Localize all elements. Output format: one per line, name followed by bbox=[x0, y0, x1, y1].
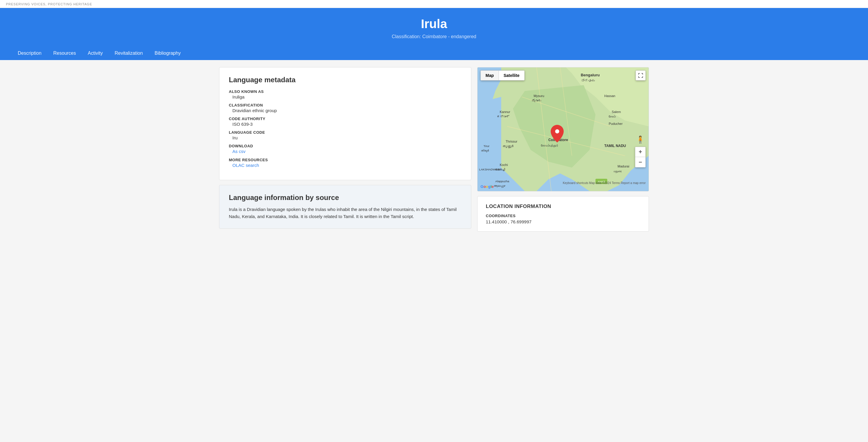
nav-bibliography[interactable]: Bibliography bbox=[149, 46, 187, 60]
metadata-card-title: Language metadata bbox=[229, 76, 462, 84]
svg-text:LAKSHADWEEP: LAKSHADWEEP bbox=[479, 168, 501, 171]
location-info-card: LOCATION INFORMATION COORDINATES 11.4100… bbox=[477, 196, 649, 232]
language-code-label: LANGUAGE CODE bbox=[229, 130, 462, 135]
code-authority-section: CODE AUTHORITY ISO 639-3 bbox=[229, 116, 462, 127]
language-code-value: Iru bbox=[229, 135, 462, 140]
more-resources-label: MORE RESOURCES bbox=[229, 158, 462, 162]
left-column: Language metadata ALSO KNOWN AS Iruliga … bbox=[219, 67, 471, 232]
svg-text:Kochi: Kochi bbox=[500, 163, 508, 167]
map-pegman[interactable]: 🧍 bbox=[636, 136, 645, 144]
download-section: DOWNLOAD As csv bbox=[229, 144, 462, 154]
classification-text: Classification: Coimbatore - endangered bbox=[6, 34, 862, 39]
language-code-section: LANGUAGE CODE Iru bbox=[229, 130, 462, 140]
language-info-card: Language information by source Irula is … bbox=[219, 185, 471, 229]
main-nav: Description Resources Activity Revitaliz… bbox=[6, 46, 862, 60]
svg-text:Salem: Salem bbox=[612, 110, 621, 113]
svg-text:ಬೆಂಗಳೂರು: ಬೆಂಗಳೂರು bbox=[582, 79, 595, 82]
map-svg: Bengaluru ಬೆಂಗಳೂರು Mysuru ಮೈಸೂರು Kannur … bbox=[477, 67, 649, 191]
also-known-as-label: ALSO KNOWN AS bbox=[229, 89, 462, 94]
map-type-map-button[interactable]: Map bbox=[481, 71, 499, 80]
also-known-as-value: Iruliga bbox=[229, 94, 462, 99]
main-content: Language metadata ALSO KNOWN AS Iruliga … bbox=[212, 60, 656, 239]
olac-search-link[interactable]: OLAC search bbox=[229, 163, 259, 168]
classification-value: Dravidian ethnic group bbox=[229, 108, 462, 113]
language-metadata-card: Language metadata ALSO KNOWN AS Iruliga … bbox=[219, 67, 471, 180]
nav-description[interactable]: Description bbox=[12, 46, 48, 60]
svg-text:Bengaluru: Bengaluru bbox=[581, 73, 600, 77]
svg-text:Kannur: Kannur bbox=[500, 110, 510, 113]
tagline: Preserving Voices, Protecting Heritage bbox=[6, 2, 92, 6]
coordinates-label: COORDINATES bbox=[486, 214, 640, 218]
map-container: Bengaluru ಬೆಂಗಳೂರು Mysuru ಮೈಸೂರು Kannur … bbox=[477, 67, 649, 192]
top-bar: Preserving Voices, Protecting Heritage bbox=[0, 0, 868, 8]
svg-text:Thrissur: Thrissur bbox=[506, 140, 518, 143]
code-authority-value: ISO 639-3 bbox=[229, 122, 462, 127]
classification-label: CLASSIFICATION bbox=[229, 103, 462, 107]
map-footer-links: Keyboard shortcuts Map data ©2024 Terms … bbox=[563, 181, 646, 184]
location-section-title: LOCATION INFORMATION bbox=[486, 204, 640, 209]
svg-text:TAMIL NADU: TAMIL NADU bbox=[604, 144, 626, 148]
svg-text:Madurai: Madurai bbox=[618, 165, 629, 168]
info-card-title: Language information by source bbox=[229, 194, 462, 202]
coordinates-value: 11.410000 , 76.699997 bbox=[486, 219, 640, 224]
map-zoom-out-button[interactable]: − bbox=[635, 157, 645, 167]
nav-revitalization[interactable]: Revitalization bbox=[108, 46, 149, 60]
map-zoom-controls: + − bbox=[635, 147, 646, 167]
map-zoom-in-button[interactable]: + bbox=[635, 147, 645, 157]
svg-text:Alappuzha: Alappuzha bbox=[495, 179, 509, 183]
fullscreen-icon bbox=[638, 73, 643, 78]
map-data-info: Keyboard shortcuts Map data ©2024 Terms … bbox=[563, 181, 646, 184]
info-card-description: Irula is a Dravidian language spoken by … bbox=[229, 206, 462, 220]
more-resources-section: MORE RESOURCES OLAC search bbox=[229, 158, 462, 168]
nav-resources[interactable]: Resources bbox=[48, 46, 82, 60]
svg-text:Mysuru: Mysuru bbox=[533, 94, 544, 98]
svg-text:மதுரை: மதுரை bbox=[614, 170, 622, 173]
map-type-satellite-button[interactable]: Satellite bbox=[499, 71, 524, 80]
map-type-toggle: Map Satellite bbox=[480, 70, 525, 80]
also-known-as-section: ALSO KNOWN AS Iruliga bbox=[229, 89, 462, 99]
page-header: Irula Classification: Coimbatore - endan… bbox=[0, 8, 868, 60]
svg-point-37 bbox=[555, 129, 559, 133]
svg-text:Tirur: Tirur bbox=[484, 144, 490, 148]
svg-text:Hassan: Hassan bbox=[604, 94, 615, 98]
download-csv-link[interactable]: As csv bbox=[229, 149, 245, 154]
google-logo: Google bbox=[480, 184, 494, 189]
svg-text:சேலம்: சேலம் bbox=[609, 115, 616, 118]
svg-text:கோயம்புத்தூர்: கோயம்புத்தூர் bbox=[541, 144, 558, 147]
svg-text:Puducher: Puducher bbox=[609, 122, 623, 126]
page-title: Irula bbox=[6, 17, 862, 31]
map-fullscreen-button[interactable] bbox=[636, 70, 646, 80]
nav-activity[interactable]: Activity bbox=[82, 46, 109, 60]
right-column: Bengaluru ಬೆಂಗಳೂರು Mysuru ಮೈಸೂರು Kannur … bbox=[477, 67, 649, 232]
svg-text:തിരൂർ: തിരൂർ bbox=[481, 149, 489, 152]
code-authority-label: CODE AUTHORITY bbox=[229, 116, 462, 121]
svg-text:ಕಣ್ಣೂರ್: ಕಣ್ಣೂರ್ bbox=[497, 115, 509, 118]
classification-section: CLASSIFICATION Dravidian ethnic group bbox=[229, 103, 462, 113]
download-label: DOWNLOAD bbox=[229, 144, 462, 148]
svg-text:ಮೈಸೂರು: ಮೈಸೂರು bbox=[532, 99, 541, 102]
